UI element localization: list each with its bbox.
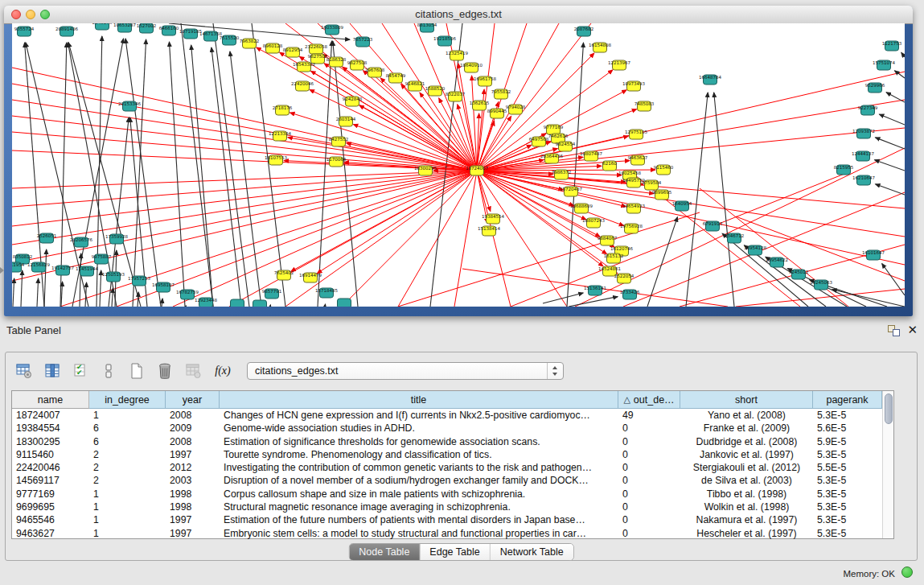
close-panel-icon[interactable]: ✕ [907,323,918,337]
graph-node-yellow[interactable]: 62160 [602,161,617,171]
graph-node-teal[interactable]: 20891406 [55,27,78,36]
table-scrollbar[interactable] [882,391,893,538]
graph-node-teal[interactable]: 6466160 [159,26,179,35]
graph-node-yellow[interactable]: 12213967 [608,60,630,70]
graph-node-yellow[interactable]: 18807243 [582,218,605,228]
graph-node-yellow[interactable]: 7955812 [491,89,511,99]
tab-edge-table[interactable]: Edge Table [420,544,490,560]
table-settings-icon[interactable] [12,359,36,383]
graph-node-yellow[interactable]: 8990445 [487,109,507,118]
graph-node-teal[interactable]: 9346712 [725,233,745,243]
graph-node-teal[interactable]: 15751074 [873,60,895,70]
tab-node-table[interactable]: Node Table [349,544,420,560]
graph-node-teal[interactable]: 10954622 [766,257,788,267]
graph-node-teal[interactable]: 9529966 [865,83,885,93]
dropdown-stepper-icon[interactable] [547,363,563,379]
table-row[interactable]: 1938455462009Genome-wide association stu… [12,422,882,435]
graph-node-yellow[interactable]: 16154808 [589,43,611,52]
graph-node-teal[interactable] [253,300,267,307]
float-panel-icon[interactable] [888,325,900,336]
graph-node-yellow[interactable]: 16961758 [474,76,496,86]
function-builder-icon[interactable]: f(x) [209,359,236,383]
graph-node-teal[interactable]: 16954128 [744,245,766,255]
network-view-window[interactable]: citations_edges.txt 18724007796382289601… [4,6,913,316]
graph-node-teal[interactable]: 1640954 [672,201,692,211]
graph-node-yellow[interactable]: 10688609 [570,204,593,213]
graph-node-yellow[interactable]: 9146821 [405,81,425,91]
graph-node-yellow[interactable]: 6497568 [529,137,549,146]
graph-node-yellow[interactable]: 9794028 [506,105,526,114]
graph-node-teal[interactable]: 7857223 [353,37,373,47]
window-titlebar[interactable]: citations_edges.txt [4,6,913,24]
citation-network-graph[interactable]: 1872400779638228960128891295423226058982… [12,23,905,307]
table-row[interactable]: 1872400712008Changes of HCN gene express… [12,409,882,422]
graph-node-teal[interactable]: 9227349 [858,105,878,115]
graph-node-teal[interactable]: 6791913 [703,221,723,231]
table-row[interactable]: 1830029562008Estimation of significance … [12,435,882,448]
graph-node-teal[interactable]: 16210647 [852,175,875,185]
graph-node-yellow[interactable]: 1588520 [425,86,446,96]
graph-node-yellow[interactable]: 9884067 [598,236,618,245]
graph-node-yellow[interactable]: 9899695 [652,190,672,200]
graph-node-yellow[interactable]: 22420046 [291,81,314,91]
column-header-short[interactable]: short [680,391,813,409]
column-header-out_de[interactable]: △out_de… [618,391,680,409]
graph-node-yellow[interactable]: 16543382 [293,62,315,72]
memory-status-indicator[interactable] [901,566,913,578]
graph-node-yellow[interactable]: 10807487 [580,151,602,161]
column-header-year[interactable]: year [166,391,220,409]
import-table-icon[interactable] [181,359,205,383]
table-row[interactable]: 969969511998Structural magnetic resonanc… [12,501,882,513]
graph-node-yellow[interactable]: 7986372 [552,170,572,179]
column-header-name[interactable]: name [12,391,89,409]
graph-node-yellow[interactable]: 2522054 [614,274,634,283]
graph-node-teal[interactable]: 2087682 [574,27,594,36]
table-column-icon[interactable] [40,359,64,383]
graph-node-yellow[interactable]: 8186328 [326,57,347,67]
graph-node-yellow[interactable]: 1615132 [604,253,624,263]
graph-node-yellow[interactable]: 12325419 [446,51,468,60]
graph-node-yellow[interactable]: 2718176 [273,105,293,115]
graph-node-teal[interactable] [338,299,351,307]
graph-node-teal[interactable]: 9857791 [262,289,282,299]
graph-node-yellow[interactable]: 23226058 [305,44,327,54]
graph-node-teal[interactable]: 2043176 [92,23,113,30]
graph-node-yellow[interactable]: 9824554 [556,142,576,151]
graph-node-yellow[interactable]: 2803144 [336,117,356,126]
table-row[interactable]: 2242004622012Investigating the contribut… [12,461,882,474]
graph-node-teal[interactable]: 12923448 [195,298,217,307]
graph-node-teal[interactable]: 10653287 [113,23,136,32]
select-all-icon[interactable]: ✔ ✔ [68,359,92,383]
graph-node-teal[interactable]: 16648784 [699,75,721,84]
row-height-icon[interactable] [97,359,121,383]
graph-node-teal[interactable]: 17957253 [128,276,150,286]
graph-node-teal[interactable]: 2526051 [37,233,57,243]
graph-node-teal[interactable]: 1527002 [137,23,157,33]
graph-node-teal[interactable]: 8813054 [417,23,437,32]
graph-node-teal[interactable] [231,299,244,307]
graph-node-yellow[interactable]: 7485083 [634,101,655,111]
graph-node-yellow[interactable]: 9463627 [628,155,648,165]
network-canvas[interactable]: 1872400779638228960128891295423226058982… [12,23,905,307]
graph-node-yellow[interactable]: 18640910 [460,63,483,72]
graph-node-yellow[interactable]: 10973493 [622,81,645,91]
graph-node-teal[interactable]: 8215955 [834,165,854,175]
graph-node-teal[interactable]: 12444137 [852,151,874,161]
graph-node-yellow[interactable]: 8427552 [329,137,349,146]
graph-node-teal[interactable]: 15136141 [584,286,606,295]
graph-node-teal[interactable]: 7515520 [220,35,240,45]
graph-node-yellow[interactable]: 12975105 [625,130,647,139]
table-row[interactable]: 946554611997Estimation of the future num… [12,513,882,526]
scrollbar-thumb[interactable] [885,393,893,424]
graph-node-yellow[interactable]: 19654923 [622,204,645,213]
graph-node-yellow[interactable]: 7625402 [274,270,294,280]
graph-node-teal[interactable]: 12093872 [852,129,875,138]
column-header-pagerank[interactable]: pagerank [813,391,882,409]
graph-node-yellow[interactable]: 19756928 [620,224,643,233]
graph-node-teal[interactable]: 12505193 [102,272,125,282]
table-row[interactable]: 946362711997Embryonic stem cells: a mode… [12,527,882,540]
graph-node-teal[interactable]: 17359928 [105,234,128,244]
graph-node-teal[interactable]: 20153346 [118,101,141,111]
graph-node-yellow[interactable]: 8960128 [263,43,283,53]
new-document-icon[interactable] [125,359,149,383]
